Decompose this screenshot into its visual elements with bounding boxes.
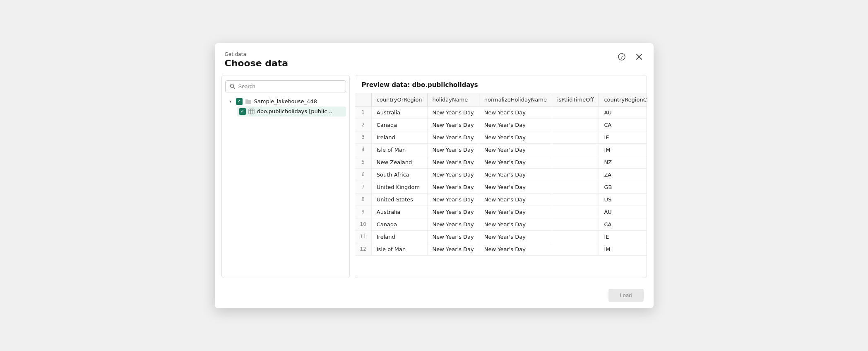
close-button[interactable] — [633, 51, 645, 63]
header-row: countryOrRegion holidayName normalizeHol… — [355, 93, 647, 107]
cell-countryregioncode: IE — [599, 131, 647, 143]
cell-holidayname: New Year's Day — [427, 119, 479, 131]
lakehouse-label: Sample_lakehouse_448 — [254, 98, 317, 104]
cell-countryorregion: Canada — [371, 119, 427, 131]
table-row: 4Isle of ManNew Year's DayNew Year's Day… — [355, 143, 647, 156]
table-row: 5New ZealandNew Year's DayNew Year's Day… — [355, 156, 647, 168]
cell-ispaidtimeoff — [552, 106, 599, 119]
choose-data-dialog: Get data Choose data ? — [215, 43, 654, 308]
cell-ispaidtimeoff — [552, 181, 599, 193]
cell-holidayname: New Year's Day — [427, 230, 479, 243]
tree-item-lakehouse[interactable]: ▾ Sample_lakehouse_448 — [225, 97, 346, 107]
cell-countryorregion: New Zealand — [371, 156, 427, 168]
cell-countryregioncode: CA — [599, 218, 647, 230]
dialog-header: Get data Choose data — [215, 43, 654, 75]
help-button[interactable]: ? — [616, 51, 628, 63]
cell-normalizeholidayname: New Year's Day — [479, 218, 552, 230]
cell-countryregioncode: AU — [599, 206, 647, 218]
cell-ispaidtimeoff — [552, 119, 599, 131]
cell-countryorregion: Australia — [371, 206, 427, 218]
cell-rownum: 4 — [355, 143, 372, 156]
col-header-rownum — [355, 93, 372, 107]
help-icon: ? — [618, 53, 625, 61]
cell-normalizeholidayname: New Year's Day — [479, 106, 552, 119]
cell-normalizeholidayname: New Year's Day — [479, 243, 552, 255]
cell-countryorregion: Australia — [371, 106, 427, 119]
cell-countryregioncode: GB — [599, 181, 647, 193]
cell-rownum: 3 — [355, 131, 372, 143]
cell-normalizeholidayname: New Year's Day — [479, 181, 552, 193]
tree-container: ▾ Sample_lakehouse_448 — [225, 97, 346, 273]
table-row: 7United KingdomNew Year's DayNew Year's … — [355, 181, 647, 193]
search-box — [225, 80, 346, 92]
load-button[interactable]: Load — [608, 289, 644, 302]
cell-countryorregion: United States — [371, 193, 427, 206]
cell-rownum: 7 — [355, 181, 372, 193]
cell-countryorregion: Isle of Man — [371, 143, 427, 156]
cell-holidayname: New Year's Day — [427, 168, 479, 181]
cell-ispaidtimeoff — [552, 168, 599, 181]
dialog-body: ▾ Sample_lakehouse_448 — [215, 75, 654, 285]
cell-rownum: 8 — [355, 193, 372, 206]
data-table-wrapper[interactable]: countryOrRegion holidayName normalizeHol… — [355, 93, 647, 278]
table-row: 8United StatesNew Year's DayNew Year's D… — [355, 193, 647, 206]
dialog-title: Choose data — [225, 58, 644, 68]
cell-holidayname: New Year's Day — [427, 143, 479, 156]
search-icon — [230, 83, 235, 89]
search-input[interactable] — [238, 83, 341, 90]
dialog-top-icons: ? — [616, 51, 645, 63]
table-row: 12Isle of ManNew Year's DayNew Year's Da… — [355, 243, 647, 255]
cell-ispaidtimeoff — [552, 131, 599, 143]
cell-countryorregion: Canada — [371, 218, 427, 230]
table-row: 3IrelandNew Year's DayNew Year's DayIE — [355, 131, 647, 143]
cell-ispaidtimeoff — [552, 243, 599, 255]
cell-rownum: 12 — [355, 243, 372, 255]
cell-countryregioncode: IM — [599, 143, 647, 156]
cell-countryregioncode: CA — [599, 119, 647, 131]
cell-holidayname: New Year's Day — [427, 218, 479, 230]
tree-child-table: dbo.publicholidays [public... — [225, 107, 346, 116]
col-header-ispaid: isPaidTimeOff — [552, 93, 599, 107]
cell-holidayname: New Year's Day — [427, 243, 479, 255]
cell-ispaidtimeoff — [552, 143, 599, 156]
table-row: 9AustraliaNew Year's DayNew Year's DayAU — [355, 206, 647, 218]
cell-normalizeholidayname: New Year's Day — [479, 156, 552, 168]
cell-countryorregion: Isle of Man — [371, 243, 427, 255]
table-row: 6South AfricaNew Year's DayNew Year's Da… — [355, 168, 647, 181]
cell-countryregioncode: ZA — [599, 168, 647, 181]
preview-title: Preview data: dbo.publicholidays — [355, 75, 647, 93]
cell-ispaidtimeoff — [552, 206, 599, 218]
cell-holidayname: New Year's Day — [427, 193, 479, 206]
cell-rownum: 1 — [355, 106, 372, 119]
col-header-normalize: normalizeHolidayName — [479, 93, 552, 107]
cell-ispaidtimeoff — [552, 156, 599, 168]
tree-item-table[interactable]: dbo.publicholidays [public... — [237, 107, 346, 116]
cell-countryregioncode: AU — [599, 106, 647, 119]
cell-normalizeholidayname: New Year's Day — [479, 206, 552, 218]
close-icon — [636, 53, 642, 60]
cell-normalizeholidayname: New Year's Day — [479, 168, 552, 181]
lakehouse-checkbox[interactable] — [236, 98, 243, 105]
svg-line-5 — [233, 87, 234, 88]
get-data-label: Get data — [225, 51, 644, 57]
left-panel: ▾ Sample_lakehouse_448 — [221, 75, 350, 278]
cell-normalizeholidayname: New Year's Day — [479, 119, 552, 131]
folder-icon — [245, 99, 252, 104]
cell-normalizeholidayname: New Year's Day — [479, 193, 552, 206]
table-header: countryOrRegion holidayName normalizeHol… — [355, 93, 647, 107]
data-table: countryOrRegion holidayName normalizeHol… — [355, 93, 647, 256]
table-checkbox[interactable] — [239, 108, 246, 115]
chevron-down-icon: ▾ — [228, 99, 233, 104]
cell-ispaidtimeoff — [552, 193, 599, 206]
cell-rownum: 9 — [355, 206, 372, 218]
cell-normalizeholidayname: New Year's Day — [479, 131, 552, 143]
table-row: 2CanadaNew Year's DayNew Year's DayCA — [355, 119, 647, 131]
col-header-country: countryOrRegion — [371, 93, 427, 107]
cell-normalizeholidayname: New Year's Day — [479, 230, 552, 243]
cell-rownum: 10 — [355, 218, 372, 230]
cell-rownum: 11 — [355, 230, 372, 243]
cell-holidayname: New Year's Day — [427, 131, 479, 143]
table-icon — [248, 109, 255, 114]
cell-countryorregion: Ireland — [371, 131, 427, 143]
table-row: 11IrelandNew Year's DayNew Year's DayIE — [355, 230, 647, 243]
